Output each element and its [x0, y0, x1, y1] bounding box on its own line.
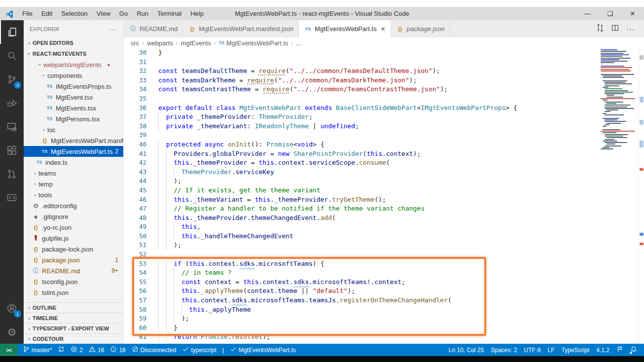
code-line[interactable]: 35 — [124, 94, 601, 104]
code-line[interactable]: 48this._themeProvider.themeChangedEvent.… — [124, 214, 601, 223]
code-line[interactable]: 49this, — [124, 222, 601, 232]
tree-item-mgtevent.tsx[interactable]: TSMgtEvent.tsx — [24, 92, 123, 103]
split-editor-icon[interactable] — [611, 24, 619, 34]
tree-item-tsconfig.json[interactable]: {}tsconfig.json — [24, 276, 123, 287]
tree-item-gulpfile.js[interactable]: gulpfile.js — [24, 233, 123, 244]
code-line[interactable]: 42this._themeProvider = this.context.ser… — [124, 158, 601, 168]
code-line[interactable]: 31 — [124, 58, 601, 67]
menu-help[interactable]: Help — [186, 7, 208, 20]
encoding[interactable]: UTF-8 — [524, 347, 541, 354]
breadcrumb-item[interactable]: src — [131, 39, 139, 47]
code-editor[interactable]: 30}3132const teamsDefaultTheme = require… — [124, 48, 644, 344]
code-line[interactable]: 37private _themeProvider: ThemeProvider; — [124, 112, 601, 122]
tab-readme.md[interactable]: ⓘREADME.md — [124, 20, 183, 37]
problems-info[interactable]: 18 — [110, 346, 125, 354]
line-number[interactable]: 50 — [124, 232, 146, 241]
line-number[interactable]: 51 — [124, 241, 146, 250]
tab-package.json[interactable]: {}package.json — [391, 20, 450, 37]
line-number[interactable]: 38 — [124, 122, 146, 131]
tree-section-open-editors[interactable]: ›OPEN EDITORS — [24, 37, 123, 48]
tree-item-index.ts[interactable]: TSindex.ts — [24, 157, 123, 168]
tree-section-react-mgtevents[interactable]: ›REACT-MGTEVENTS — [24, 48, 123, 59]
code-line[interactable]: 56this._applyTheme(context.theme || "def… — [124, 287, 601, 296]
tree-item-tslint.json[interactable]: {}tslint.json — [24, 287, 123, 298]
tree-item-mgteventswebpart.manif...[interactable]: {}MgtEventsWebPart.manif... — [24, 135, 123, 146]
code-line[interactable]: 34const teamsContrastTheme = require("..… — [124, 85, 601, 94]
line-number[interactable]: 36 — [124, 104, 146, 113]
tree-item-package-lock.json[interactable]: {}package-lock.json — [24, 244, 123, 254]
settings-gear-icon[interactable]: ⚙ — [0, 320, 24, 344]
eol[interactable]: LF — [548, 347, 555, 354]
line-number[interactable]: 48 — [124, 214, 146, 223]
breadcrumb-symbol[interactable]: ... — [296, 39, 301, 47]
sync[interactable] — [58, 346, 65, 354]
line-number[interactable]: 53 — [124, 259, 146, 269]
code-line[interactable]: 32const teamsDefaultTheme = require("../… — [124, 67, 601, 76]
line-number[interactable]: 52 — [124, 250, 146, 259]
feedback[interactable] — [616, 346, 623, 354]
run-debug-icon[interactable] — [0, 91, 24, 115]
line-number[interactable]: 49 — [124, 222, 146, 232]
pull-requests-icon[interactable] — [0, 162, 24, 186]
cursor-position[interactable]: Ln 10, Col 25 — [449, 347, 484, 354]
minimap[interactable] — [601, 49, 638, 344]
line-number[interactable]: 47 — [124, 204, 146, 214]
code-line[interactable]: 55const context = this.context.sdks.micr… — [124, 278, 601, 287]
code-line[interactable]: 41Providers.globalProvider = new SharePo… — [124, 149, 601, 159]
line-number[interactable]: 41 — [124, 149, 146, 159]
code-line[interactable]: 38private _themeVariant: IReadonlyTheme … — [124, 122, 601, 131]
tree-item-mgtevents.tsx[interactable]: TSMgtEvents.tsx — [24, 103, 123, 113]
scrollbar-overview-ruler[interactable] — [638, 48, 644, 344]
menu-go[interactable]: Go — [115, 7, 132, 20]
tree-item-.yo-rc.json[interactable]: {}.yo-rc.json — [24, 222, 123, 233]
git-branch[interactable]: master* — [23, 346, 52, 354]
code-line[interactable]: 33const teamsDarkTheme = require("../../… — [124, 76, 601, 85]
tslint-status[interactable]: typescript — [182, 346, 216, 354]
menu-edit[interactable]: Edit — [37, 7, 57, 20]
line-number[interactable]: 30 — [124, 48, 146, 58]
problems-errors[interactable]: 2 — [71, 346, 83, 354]
remote-explorer-icon[interactable] — [0, 115, 24, 139]
menu-selection[interactable]: Selection — [57, 7, 92, 20]
remote-indicator[interactable]: >< — [0, 344, 18, 356]
tree-item-loc[interactable]: ›loc — [24, 124, 123, 135]
tree-item-mgteventswebpart.ts[interactable]: TSMgtEventsWebPart.ts2 — [24, 146, 123, 157]
section-timeline[interactable]: ›TIMELINE — [24, 313, 123, 323]
breadcrumb[interactable]: src›webparts›mgtEvents›TSMgtEventsWebPar… — [124, 37, 644, 48]
live-share-status[interactable]: Disconnected — [132, 346, 177, 354]
code-line[interactable]: 36export default class MgtEventsWebPart … — [124, 104, 601, 113]
tab-close-icon[interactable]: ✕ — [381, 26, 386, 33]
code-line[interactable]: 57this.context.sdks.microsoftTeams.teams… — [124, 296, 601, 305]
code-line[interactable]: 46this._themeVariant = this._themeProvid… — [124, 195, 601, 205]
code-line[interactable]: 58this._applyTheme — [124, 305, 601, 315]
code-line[interactable]: 52 — [124, 250, 601, 259]
code-line[interactable]: 50this._handleThemeChangedEvent — [124, 232, 601, 241]
breadcrumb-item[interactable]: mgtEvents — [180, 39, 211, 47]
line-number[interactable]: 61 — [124, 332, 146, 342]
line-number[interactable]: 58 — [124, 305, 146, 315]
tree-item-webparts-mgtevents[interactable]: ›webparts\mgtEvents● — [24, 59, 123, 70]
line-number[interactable]: 46 — [124, 195, 146, 205]
line-number[interactable]: 42 — [124, 158, 146, 168]
line-number[interactable]: 54 — [124, 268, 146, 278]
git-compare-icon[interactable] — [596, 24, 604, 34]
tree-item-readme.md[interactable]: ⓘREADME.md9+ — [24, 265, 123, 276]
extensions-icon[interactable] — [0, 139, 24, 162]
line-number[interactable]: 37 — [124, 112, 146, 122]
file-status[interactable]: MgtEventsWebPart.ts — [230, 346, 296, 354]
line-number[interactable]: 45 — [124, 186, 146, 195]
tree-item-components[interactable]: ›components — [24, 70, 123, 81]
code-line[interactable]: 40protected async onInit(): Promise<void… — [124, 140, 601, 149]
minimize-button[interactable]: — — [576, 7, 599, 20]
line-number[interactable]: 60 — [124, 324, 146, 333]
line-number[interactable]: 44 — [124, 177, 146, 186]
sidebar-more-actions[interactable]: ··· — [109, 25, 117, 33]
line-number[interactable]: 34 — [124, 85, 146, 94]
accounts-icon[interactable]: 1 — [0, 296, 24, 320]
restore-button[interactable]: ❏ — [599, 7, 621, 20]
close-button[interactable]: ✕ — [621, 7, 644, 20]
breadcrumb-item[interactable]: webparts — [147, 39, 173, 47]
line-number[interactable]: 35 — [124, 94, 146, 104]
line-number[interactable]: 31 — [124, 58, 146, 67]
tree-item-.editorconfig[interactable]: ⚙.editorconfig — [24, 200, 123, 211]
